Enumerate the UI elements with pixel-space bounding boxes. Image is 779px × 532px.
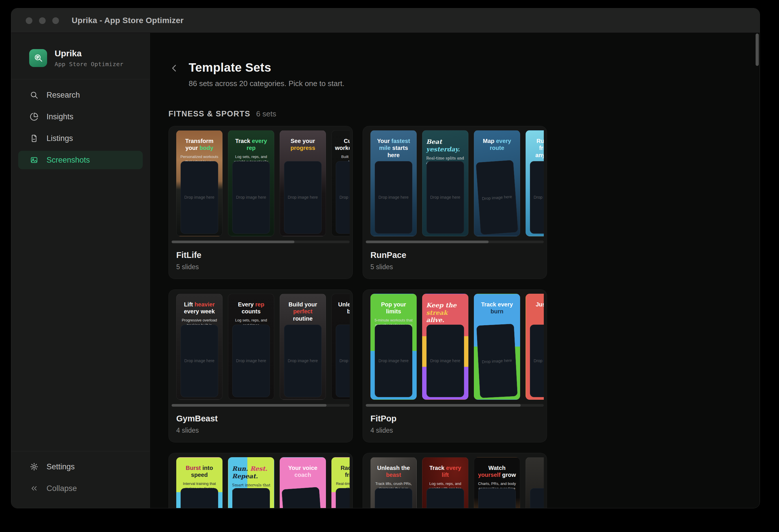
vertical-scrollbar[interactable] [756, 34, 759, 66]
minimize-button[interactable] [39, 17, 46, 24]
phone-mockup: Drop image here [284, 161, 321, 234]
slide-thumbnail: Your voice coach Drop image here [280, 457, 326, 508]
slide-thumbnails: Transform your body Personalized workout… [176, 130, 350, 237]
slide-title: Watch yourself grow [477, 464, 517, 479]
sidebar-item-research[interactable]: Research [18, 86, 143, 104]
slide-title: Every rep counts [231, 301, 271, 315]
slide-thumbnail: Transform your body Personalized workout… [176, 130, 223, 236]
set-slide-count: 5 slides [176, 263, 199, 271]
sidebar-item-label: Insights [47, 112, 73, 121]
back-button[interactable] [169, 62, 180, 74]
document-icon [30, 134, 39, 143]
slide-thumbnail: Map every route Drop image here [474, 130, 520, 236]
template-set-card[interactable]: Transform your body Personalized workout… [169, 126, 353, 279]
app-name: Uprika [55, 49, 123, 58]
close-button[interactable] [26, 17, 33, 24]
phone-mockup: Drop image here [476, 324, 518, 398]
phone-mockup: Drop image here [232, 325, 270, 397]
app-window: Uprika - App Store Optimizer Uprika App … [11, 8, 760, 508]
pie-chart-icon [30, 112, 39, 121]
slide-title: Map every route [477, 137, 517, 152]
slide-thumbnail: Every rep counts Log sets, reps, and res… [228, 294, 274, 400]
slide-title: Beat yesterday. [426, 138, 466, 153]
drop-image-placeholder: Drop image here [378, 195, 409, 200]
slide-title: Unleash the beast [334, 301, 350, 315]
app-subtitle: App Store Optimizer [55, 61, 123, 68]
slide-thumbnails: Burst into speed Interval training that … [176, 457, 350, 508]
slide-title: Build your perfect routine [283, 301, 323, 322]
collapse-icon [30, 484, 39, 493]
slide-title: Lift heavier every week [179, 301, 220, 315]
thumbnail-scrollbar[interactable] [172, 404, 350, 407]
template-section: FITNESS & SPORTS 6 sets Transform your b… [169, 110, 739, 508]
phone-mockup: Drop image here [375, 488, 412, 508]
slide-thumbnail: Custom workout plans Built by certified … [332, 130, 350, 236]
template-set-card[interactable]: Your fastest mile starts here GPS-powere… [363, 126, 547, 279]
sidebar-item-listings[interactable]: Listings [18, 129, 143, 148]
sidebar-item-insights[interactable]: Insights [18, 108, 143, 126]
template-set-card[interactable]: Pop your limits 5-minute workouts that a… [363, 289, 547, 443]
chevron-left-icon [169, 63, 179, 73]
sidebar-item-collapse[interactable]: Collapse [18, 479, 143, 497]
thumbnail-scrollbar[interactable] [366, 241, 544, 243]
slide-thumbnail: Unleash the beast Track lifts, crush PRs… [370, 457, 417, 508]
sidebar-item-screenshots[interactable]: Screenshots [18, 151, 143, 169]
slide-title: Keep the streak alive. [426, 302, 466, 324]
set-slide-count: 5 slides [370, 263, 393, 271]
phone-mockup: Drop image here [478, 488, 516, 508]
slide-thumbnail: Track every burn Drop image here [474, 294, 520, 400]
gear-icon [30, 462, 39, 471]
drop-image-placeholder: Drop image here [430, 358, 460, 363]
phone-mockup: Drop image here [375, 325, 412, 397]
phone-mockup: Drop image here [530, 488, 544, 508]
phone-mockup: Drop image here [232, 488, 270, 508]
phone-mockup: Drop image here [336, 161, 350, 234]
page-subtitle: 86 sets across 20 categories. Pick one t… [189, 79, 345, 88]
slide-title: Transform your body [179, 137, 220, 152]
set-name: GymBeast [176, 414, 218, 423]
drop-image-placeholder: Drop image here [288, 195, 318, 200]
slide-thumbnail: Track every lift Log sets, reps, and wei… [422, 457, 468, 508]
thumbnail-scrollbar[interactable] [366, 404, 544, 407]
slide-title: Track every lift [425, 464, 466, 479]
phone-mockup: Drop image here [426, 325, 464, 397]
drop-image-placeholder: Drop image here [340, 195, 350, 200]
phone-mockup: Drop image here [284, 325, 321, 397]
phone-mockup: Drop image here [426, 161, 464, 234]
phone-mockup: Drop image here [476, 160, 518, 235]
slide-thumbnails: Lift heavier every week Progressive over… [176, 294, 350, 400]
search-icon [30, 91, 39, 99]
set-slide-count: 4 slides [370, 426, 393, 435]
slide-thumbnail: Run. Rest. Repeat. Smart intervals that … [228, 457, 274, 508]
drop-image-placeholder: Drop image here [236, 358, 266, 363]
template-set-card[interactable]: Lift heavier every week Progressive over… [169, 289, 353, 443]
drop-image-placeholder: Drop image here [184, 195, 215, 200]
drop-image-placeholder: Drop image here [288, 358, 318, 363]
app-identity: Uprika App Store Optimizer [29, 49, 141, 68]
slide-title: Run with friends anywhere [529, 137, 544, 158]
thumbnail-scrollbar-fill [366, 241, 489, 243]
slide-thumbnail: Watch yourself grow Charts, PRs, and bod… [474, 457, 520, 508]
drop-image-placeholder: Drop image here [534, 195, 544, 200]
slide-title: Just start [529, 301, 544, 308]
sidebar-item-label: Screenshots [47, 156, 90, 164]
drop-image-placeholder: Drop image here [482, 194, 512, 201]
phone-mockup: Drop image here [530, 161, 544, 234]
drop-image-placeholder: Drop image here [534, 358, 544, 363]
slide-title: Tra [529, 464, 544, 471]
slide-thumbnail: Pop your limits 5-minute workouts that a… [370, 294, 417, 400]
sidebar-item-settings[interactable]: Settings [18, 458, 143, 476]
slide-title: Your voice coach [283, 464, 323, 479]
section-title: FITNESS & SPORTS [169, 110, 250, 118]
template-set-card[interactable]: Burst into speed Interval training that … [169, 453, 353, 508]
zoom-button[interactable] [52, 17, 59, 24]
thumbnail-scrollbar-fill [366, 404, 521, 407]
drop-image-placeholder: Drop image here [236, 195, 266, 200]
thumbnail-scrollbar[interactable] [172, 241, 350, 243]
slide-title: Track every rep [231, 137, 271, 152]
template-set-card[interactable]: Unleash the beast Track lifts, crush PRs… [363, 453, 547, 508]
sidebar-item-label: Listings [47, 134, 73, 143]
set-slide-count: 4 slides [176, 426, 199, 435]
slide-thumbnails: Unleash the beast Track lifts, crush PRs… [370, 457, 544, 508]
slide-thumbnail: See your progress Drop image here [280, 130, 326, 236]
